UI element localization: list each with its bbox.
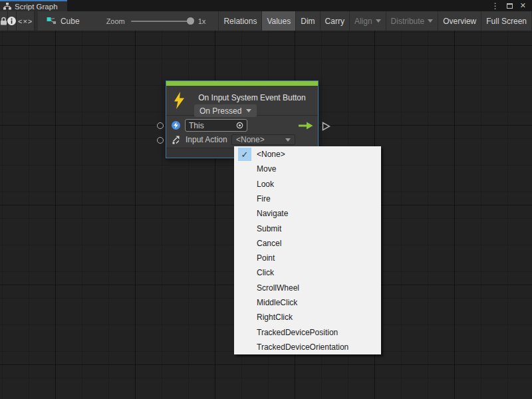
gameobject-icon [172, 121, 180, 130]
menu-item-point[interactable]: Point [234, 251, 381, 265]
check-spacer [238, 340, 251, 354]
menu-item-label: TrackedDevicePosition [257, 328, 338, 337]
menu-item-move[interactable]: Move [234, 162, 381, 176]
menu-item-label: Move [257, 164, 276, 174]
check-spacer [238, 222, 251, 235]
checkmark-icon: ✓ [238, 148, 251, 161]
kebab-menu-icon[interactable]: ⋮ [491, 2, 499, 10]
toolbar-button-label: Relations [223, 17, 257, 26]
menu-item-label: Click [257, 268, 274, 277]
mini-bolt-icon [173, 122, 179, 128]
toolbar-button-full-screen[interactable]: Full Screen [481, 11, 532, 31]
object-name-label: Cube [61, 17, 80, 26]
toolbar-button-label: Carry [325, 17, 344, 26]
zoom-control: Zoom 1x [89, 11, 206, 31]
menu-item-fire[interactable]: Fire [234, 192, 381, 206]
toolbar-button-dim[interactable]: Dim [295, 11, 319, 31]
this-port-row: This [166, 118, 318, 133]
toolbar-buttons: RelationsValuesDimCarryAlignDistributeOv… [218, 11, 532, 31]
menu-item-label: Fire [257, 194, 271, 203]
menu-item-none[interactable]: ✓<None> [234, 147, 381, 162]
tab-title: Script Graph [15, 3, 58, 11]
menu-item-label: TrackedDeviceOrientation [257, 342, 348, 352]
lock-button[interactable] [0, 11, 7, 31]
node-accent-bar [166, 81, 318, 86]
input-action-dropdown[interactable]: <None> [231, 134, 295, 145]
menu-item-label: Look [257, 180, 274, 189]
menu-item-cancel[interactable]: Cancel [234, 236, 381, 251]
menu-item-label: <None> [257, 150, 285, 159]
zoom-label: Zoom [106, 17, 125, 25]
menu-item-label: Navigate [257, 209, 288, 218]
lightning-bolt-icon [174, 92, 185, 110]
chevron-down-icon [428, 19, 433, 23]
node-body: This [166, 116, 318, 148]
input-action-value: <None> [236, 135, 265, 144]
toolbar-button-label: Values [267, 17, 291, 26]
object-picker-icon[interactable] [236, 122, 243, 129]
menu-item-trackeddeviceposition[interactable]: TrackedDevicePosition [234, 325, 381, 339]
node-header: On Input System Event Button On Pressed [166, 86, 318, 115]
input-action-input-port[interactable] [157, 137, 164, 144]
toolbar-button-label: Distribute [391, 17, 425, 26]
chevron-down-icon [285, 138, 291, 142]
check-spacer [238, 251, 251, 265]
flow-output-port[interactable] [322, 122, 331, 131]
menu-item-label: Point [257, 253, 275, 263]
node-graph-icon [47, 17, 57, 25]
tab-bar: Script Graph ⋮ ✕ [0, 0, 532, 11]
toolbar-button-label: Dim [301, 17, 315, 26]
check-spacer [238, 178, 251, 191]
graph-hierarchy-icon [3, 3, 11, 10]
node-title: On Input System Event Button [189, 93, 315, 102]
menu-item-label: MiddleClick [257, 298, 297, 307]
code-icon: <×> [18, 17, 33, 25]
toolbar-button-label: Align [354, 17, 372, 26]
zoom-value: 1x [198, 17, 206, 25]
tab-script-graph[interactable]: Script Graph [0, 0, 67, 11]
menu-item-scrollwheel[interactable]: ScrollWheel [234, 281, 381, 295]
flow-arrow-icon [299, 122, 313, 130]
this-input-field[interactable]: This [185, 119, 247, 132]
window-buttons: ⋮ ✕ [491, 0, 532, 11]
info-button[interactable] [7, 11, 16, 31]
maximize-icon[interactable] [507, 3, 513, 9]
this-value: This [189, 121, 204, 130]
menu-item-label: Submit [257, 224, 281, 233]
menu-item-rightclick[interactable]: RightClick [234, 310, 381, 325]
graph-toolbar: <×> Cube Zoom 1x RelationsValuesDimCarry… [0, 11, 532, 31]
check-spacer [238, 326, 251, 339]
check-spacer [238, 162, 251, 176]
menu-item-label: Cancel [257, 239, 281, 248]
toolbar-button-label: Full Screen [486, 17, 527, 26]
event-type-value: On Pressed [200, 106, 241, 116]
toolbar-button-overview[interactable]: Overview [438, 11, 481, 31]
toolbar-button-relations[interactable]: Relations [218, 11, 261, 31]
menu-item-click[interactable]: Click [234, 265, 381, 280]
check-spacer [238, 281, 251, 295]
toolbar-button-carry[interactable]: Carry [320, 11, 349, 31]
menu-item-look[interactable]: Look [234, 177, 381, 192]
toolbar-button-align: Align [349, 11, 386, 31]
this-input-port[interactable] [157, 122, 164, 129]
menu-item-middleclick[interactable]: MiddleClick [234, 295, 381, 310]
input-action-label: Input Action [186, 135, 231, 144]
graph-object-reference[interactable]: Cube [38, 11, 89, 31]
graph-canvas[interactable]: On Input System Event Button On Pressed … [0, 31, 532, 399]
check-spacer [238, 311, 251, 324]
menu-item-trackeddeviceorientation[interactable]: TrackedDeviceOrientation [234, 340, 381, 354]
check-spacer [238, 296, 251, 309]
zoom-slider[interactable] [131, 21, 192, 22]
input-action-port-row: Input Action <None> [166, 133, 318, 146]
toolbar-button-values[interactable]: Values [261, 11, 295, 31]
chevron-down-icon [246, 109, 251, 112]
edit-graph-button[interactable]: <×> [17, 11, 35, 31]
close-icon[interactable]: ✕ [520, 2, 526, 9]
menu-item-submit[interactable]: Submit [234, 221, 381, 235]
check-spacer [238, 266, 251, 279]
event-type-dropdown[interactable]: On Pressed [194, 104, 257, 117]
zoom-slider-handle[interactable] [187, 17, 194, 25]
menu-item-navigate[interactable]: Navigate [234, 206, 381, 221]
chevron-down-icon [376, 19, 381, 23]
lock-icon [0, 17, 7, 25]
